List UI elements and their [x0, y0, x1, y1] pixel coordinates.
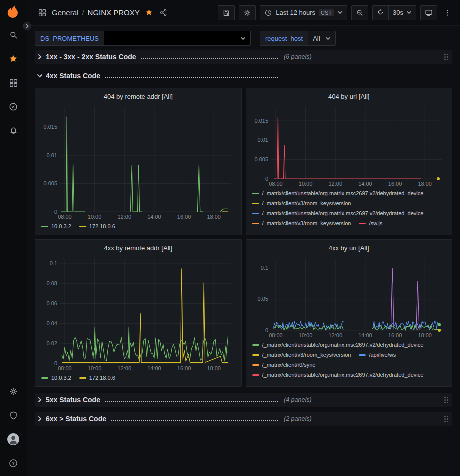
sidebar-expand-button[interactable] — [23, 22, 31, 30]
share-icon[interactable] — [159, 8, 168, 17]
svg-text:0.005: 0.005 — [254, 156, 268, 162]
chevron-right-icon — [37, 397, 43, 403]
svg-text:0.015: 0.015 — [43, 124, 57, 130]
legend-item[interactable]: /_matrix/client/v3/room_keys/version — [252, 351, 351, 359]
starred-dashboards-icon[interactable] — [5, 51, 21, 67]
legend-item[interactable]: /_matrix/client/v3/room_keys/version — [252, 199, 351, 208]
panel-title[interactable]: 404 by uri [All] — [251, 90, 447, 103]
legend-swatch — [252, 354, 259, 356]
search-icon[interactable] — [5, 27, 21, 43]
settings-gear-icon[interactable] — [5, 383, 21, 399]
timeseries-chart[interactable]: 08:0010:0012:0014:0016:0018:0000.0050.01… — [251, 103, 447, 188]
legend-swatch — [359, 354, 366, 356]
timeseries-chart[interactable]: 08:0010:0012:0014:0016:0018:0000.0050.01… — [40, 103, 236, 221]
svg-text:0.005: 0.005 — [43, 180, 57, 186]
variable-label-request-host[interactable]: request_host — [260, 31, 308, 46]
dashboards-icon[interactable] — [5, 75, 21, 91]
panel-title[interactable]: 4xx by remote addr [All] — [40, 242, 236, 255]
legend-swatch — [79, 377, 86, 379]
legend-item[interactable]: /_matrix/client/r0/sync — [252, 361, 315, 369]
chevron-right-icon — [37, 54, 43, 60]
svg-text:0.1: 0.1 — [50, 260, 57, 266]
variable-label-ds-prometheus[interactable]: DS_PROMETHEUS — [35, 31, 104, 46]
monitor-icon — [425, 9, 433, 17]
legend-item[interactable]: /_matrix/client/unstable/org.matrix.msc2… — [252, 341, 424, 349]
zoom-out-icon — [356, 9, 364, 17]
row-panel-count: (2 panels) — [284, 415, 312, 422]
svg-text:08:00: 08:00 — [269, 332, 283, 338]
request-host-selected: All — [313, 35, 320, 42]
svg-text:18:00: 18:00 — [207, 365, 221, 371]
top-navbar: General / NGINX PROXY — [27, 0, 460, 26]
time-range-picker[interactable]: Last 12 hours CST — [260, 5, 347, 20]
svg-text:0: 0 — [54, 360, 57, 366]
svg-text:0.01: 0.01 — [47, 152, 57, 158]
row-panel-count: (4 panels) — [284, 396, 312, 403]
row-header-1xx-3xx-2xx[interactable]: 1xx - 3xx - 2xx Status Code (6 panels) — [35, 50, 452, 64]
dashboard-variables-row: DS_PROMETHEUS request_host All — [35, 26, 452, 50]
help-icon[interactable]: ? — [5, 455, 21, 471]
admin-shield-icon[interactable] — [5, 407, 21, 423]
tv-mode-button[interactable] — [420, 5, 437, 20]
legend-item[interactable]: /_matrix/client/unstable/org.matrix.msc2… — [252, 371, 424, 379]
chart-legend: /_matrix/client/unstable/org.matrix.msc2… — [251, 339, 447, 382]
svg-text:0: 0 — [54, 209, 57, 215]
row-title: 6xx > Status Code — [46, 415, 106, 423]
legend-swatch — [41, 226, 48, 227]
svg-text:0.08: 0.08 — [47, 280, 57, 286]
chevron-down-icon — [37, 73, 43, 79]
variable-value-ds-prometheus[interactable] — [104, 31, 251, 46]
timeseries-chart[interactable]: 08:0010:0012:0014:0016:0018:0000.020.040… — [40, 255, 236, 372]
row-header-4xx[interactable]: 4xx Status Code — [35, 69, 452, 83]
explore-compass-icon[interactable] — [5, 99, 21, 115]
legend-item[interactable]: /_matrix/client/unstable/org.matrix.msc2… — [252, 209, 424, 218]
legend-item[interactable]: 172.18.0.6 — [79, 222, 115, 231]
dashboard-settings-button[interactable] — [239, 5, 256, 20]
legend-item[interactable]: /_matrix/client/v3/room_keys/version — [252, 219, 351, 228]
svg-text:08:00: 08:00 — [58, 214, 72, 220]
svg-text:08:00: 08:00 — [58, 365, 72, 371]
legend-item[interactable]: /api/live/ws — [359, 351, 396, 359]
save-dashboard-button[interactable] — [218, 5, 235, 20]
legend-swatch — [252, 223, 259, 224]
svg-text:14:00: 14:00 — [147, 214, 161, 220]
dashboard-title[interactable]: NGINX PROXY — [88, 8, 140, 17]
chevron-down-icon — [325, 36, 331, 41]
alerting-bell-icon[interactable] — [5, 123, 21, 139]
svg-text:16:00: 16:00 — [177, 365, 191, 371]
refresh-button[interactable] — [373, 6, 388, 20]
svg-text:?: ? — [12, 461, 14, 466]
user-avatar[interactable] — [5, 431, 21, 447]
breadcrumb-section[interactable]: General — [52, 8, 78, 17]
timeseries-chart[interactable]: 08:0010:0012:0014:0016:0018:0000.050.1 — [251, 255, 447, 339]
legend-item[interactable]: 10.0.3.2 — [41, 374, 71, 382]
legend-swatch — [252, 344, 259, 346]
row-panel-count: (6 panels) — [284, 53, 312, 60]
row-drag-handle[interactable] — [444, 416, 448, 422]
legend-swatch — [359, 223, 366, 224]
svg-text:12:00: 12:00 — [117, 365, 131, 371]
row-title: 5xx Status Code — [46, 396, 100, 404]
grafana-logo-icon[interactable] — [5, 4, 21, 20]
row-header-5xx[interactable]: 5xx Status Code (4 panels) — [35, 393, 452, 407]
svg-text:12:00: 12:00 — [117, 214, 131, 220]
legend-item[interactable]: /_matrix/client/unstable/org.matrix.msc2… — [252, 189, 424, 198]
row-drag-handle[interactable] — [444, 54, 448, 60]
row-header-6xx[interactable]: 6xx > Status Code (2 panels) — [35, 412, 452, 426]
row-drag-handle[interactable] — [444, 397, 448, 403]
legend-item[interactable]: /sw.js — [359, 219, 382, 228]
more-options-kebab-menu[interactable] — [441, 5, 453, 20]
sidebar: ? — [0, 0, 27, 476]
svg-text:10:00: 10:00 — [298, 181, 312, 187]
favorite-star-icon[interactable] — [145, 8, 153, 17]
svg-text:0: 0 — [265, 327, 268, 333]
svg-text:14:00: 14:00 — [358, 181, 372, 187]
zoom-out-button[interactable] — [351, 5, 368, 20]
variable-value-request-host[interactable]: All — [308, 31, 335, 46]
refresh-group: 30s — [372, 5, 416, 20]
panel-title[interactable]: 404 by remote addr [All] — [40, 90, 236, 103]
legend-item[interactable]: 10.0.3.2 — [41, 222, 71, 231]
legend-item[interactable]: 172.18.0.6 — [79, 374, 115, 382]
refresh-interval-dropdown[interactable]: 30s — [388, 6, 416, 20]
panel-title[interactable]: 4xx by uri [All] — [251, 242, 447, 255]
